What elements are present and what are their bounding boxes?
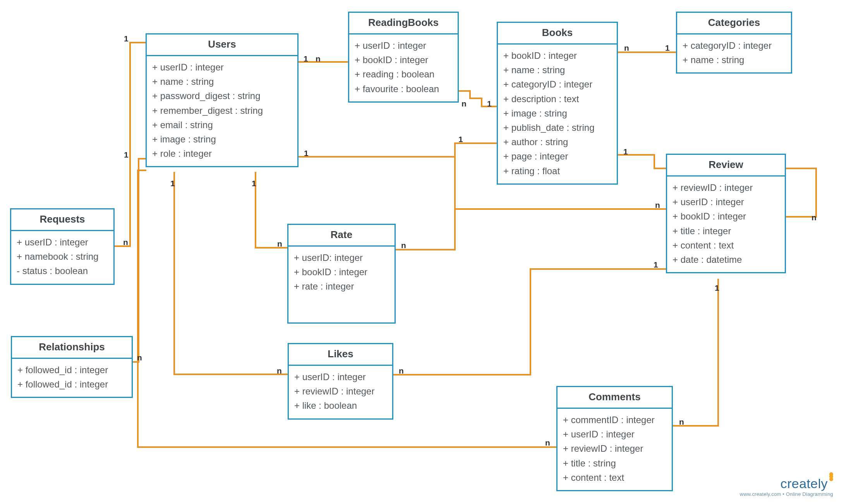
entity-title: Categories bbox=[677, 13, 791, 34]
entity-title: Review bbox=[667, 155, 785, 177]
entity-attrs: + userID : integer+ namebook : string- s… bbox=[11, 231, 113, 284]
entity-review: Review + reviewID : integer+ userID : in… bbox=[666, 154, 786, 273]
card-label: 1 bbox=[252, 179, 256, 188]
card-label: n bbox=[811, 213, 817, 222]
entity-likes: Likes + userID : integer+ reviewID : int… bbox=[288, 343, 393, 420]
entity-attrs: + userID : integer+ bookID : integer+ re… bbox=[349, 34, 458, 101]
entity-rate: Rate + userID: integer+ bookID : integer… bbox=[287, 224, 396, 324]
entity-attrs: + reviewID : integer+ userID : integer+ … bbox=[667, 177, 785, 272]
entity-attrs: + userID : integer+ name : string+ passw… bbox=[147, 56, 297, 166]
entity-title: Books bbox=[498, 23, 617, 45]
card-label: n bbox=[316, 54, 321, 63]
entity-attrs: + userID : integer+ reviewID : integer+ … bbox=[289, 366, 392, 418]
card-label: 1 bbox=[665, 43, 670, 53]
entity-title: Users bbox=[147, 34, 297, 56]
card-label: 1 bbox=[458, 135, 463, 144]
entity-title: Requests bbox=[11, 209, 113, 231]
creately-watermark: creately www.creately.com • Online Diagr… bbox=[740, 476, 833, 497]
entity-requests: Requests + userID : integer+ namebook : … bbox=[10, 208, 115, 285]
card-label: n bbox=[679, 417, 684, 427]
card-label: 1 bbox=[654, 260, 658, 269]
card-label: 1 bbox=[715, 283, 719, 293]
entity-readingbooks: ReadingBooks + userID : integer+ bookID … bbox=[348, 12, 459, 103]
entity-users: Users + userID : integer+ name : string+… bbox=[146, 33, 298, 167]
card-label: n bbox=[401, 241, 406, 250]
entity-title: Rate bbox=[288, 225, 395, 247]
card-label: n bbox=[277, 239, 282, 249]
card-label: n bbox=[399, 366, 404, 375]
entity-categories: Categories + categoryID : integer+ name … bbox=[676, 12, 792, 74]
card-label: 1 bbox=[487, 99, 492, 108]
card-label: 1 bbox=[124, 150, 129, 159]
entity-attrs: + commentID : integer+ userID : integer+… bbox=[558, 409, 672, 490]
card-label: n bbox=[545, 438, 550, 447]
card-label: 1 bbox=[304, 54, 308, 63]
er-diagram-canvas: Users + userID : integer+ name : string+… bbox=[0, 0, 844, 504]
entity-attrs: + bookID : integer+ name : string+ categ… bbox=[498, 45, 617, 183]
entity-title: ReadingBooks bbox=[349, 13, 458, 34]
lightbulb-icon bbox=[829, 477, 833, 481]
entity-title: Relationships bbox=[12, 337, 132, 359]
card-label: n bbox=[137, 353, 142, 362]
card-label: n bbox=[123, 238, 128, 247]
entity-books: Books + bookID : integer+ name : string+… bbox=[497, 22, 618, 185]
card-label: 1 bbox=[170, 179, 175, 188]
entity-title: Likes bbox=[289, 344, 392, 366]
card-label: n bbox=[277, 366, 282, 375]
brand-name: creately bbox=[740, 476, 833, 491]
entity-attrs: + followed_id : integer+ followed_id : i… bbox=[12, 359, 132, 397]
entity-attrs: + categoryID : integer+ name : string bbox=[677, 34, 791, 72]
card-label: 1 bbox=[304, 149, 309, 158]
card-label: n bbox=[624, 43, 629, 53]
entity-title: Comments bbox=[558, 387, 672, 409]
card-label: 1 bbox=[623, 147, 628, 156]
brand-tagline: www.creately.com • Online Diagramming bbox=[740, 491, 833, 497]
entity-comments: Comments + commentID : integer+ userID :… bbox=[556, 386, 673, 491]
card-label: n bbox=[655, 201, 660, 210]
entity-attrs: + userID: integer+ bookID : integer+ rat… bbox=[288, 247, 395, 299]
entity-relationships: Relationships + followed_id : integer+ f… bbox=[11, 336, 133, 398]
card-label: n bbox=[461, 99, 467, 108]
card-label: 1 bbox=[124, 34, 129, 43]
